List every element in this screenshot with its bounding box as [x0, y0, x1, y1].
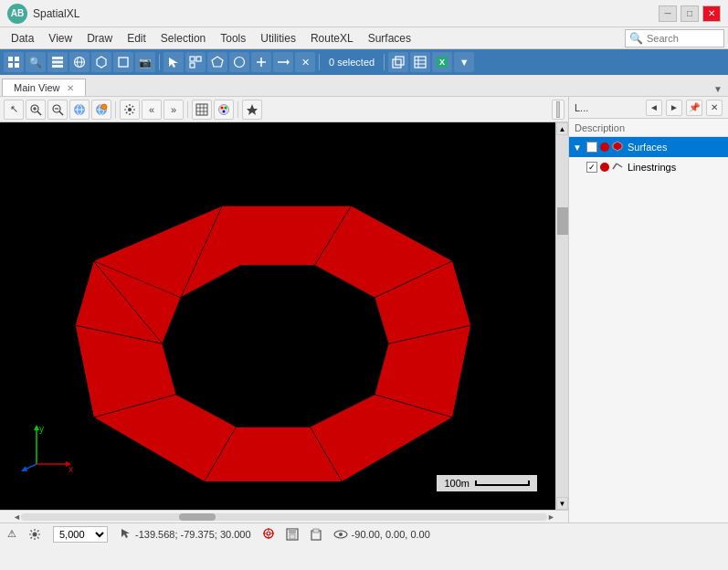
eye-icon	[333, 528, 348, 541]
tb-table-btn[interactable]	[410, 52, 430, 72]
search-input[interactable]	[647, 33, 720, 44]
tb-rect-btn[interactable]	[113, 52, 133, 72]
close-button[interactable]: ✕	[702, 5, 721, 22]
maximize-button[interactable]: □	[681, 5, 699, 22]
svg-marker-56	[163, 265, 388, 427]
canvas-area[interactable]: y x 100m	[0, 122, 555, 510]
svg-marker-21	[287, 59, 290, 65]
window-controls: ─ □ ✕	[659, 5, 721, 22]
tb-search-btn[interactable]: 🔍	[26, 52, 46, 72]
hscroll-left-arrow[interactable]: ◄	[13, 512, 21, 522]
status-eye[interactable]: -90.00, 0.00, 0.00	[333, 528, 430, 541]
vt-globe2-btn[interactable]	[91, 100, 111, 120]
tab-main-view[interactable]: Main View ✕	[2, 79, 86, 96]
tb-poly-btn[interactable]	[207, 52, 227, 72]
vt-grid-btn[interactable]	[192, 100, 212, 120]
view-vscroll[interactable]: ▲ ▼	[555, 122, 568, 510]
layers-pin-btn[interactable]: 📌	[686, 100, 702, 116]
vt-sep1	[115, 101, 116, 118]
menu-surfaces[interactable]: Surfaces	[361, 27, 418, 48]
tb-x-btn[interactable]: ✕	[295, 52, 315, 72]
tb-dropdown-btn[interactable]: ▼	[454, 52, 474, 72]
status-zoom[interactable]: 500 1,000 2,000 5,000 10,000 25,000	[53, 526, 108, 543]
vt-back-btn[interactable]: «	[142, 100, 162, 120]
layers-close-btn[interactable]: ✕	[706, 100, 723, 116]
svg-marker-90	[121, 529, 130, 538]
menu-draw[interactable]: Draw	[79, 27, 120, 48]
tb-arrow-btn[interactable]	[273, 52, 293, 72]
layers-desc: Description	[569, 119, 728, 137]
tb-circ-btn[interactable]	[229, 52, 249, 72]
toolbar-separator-3	[384, 54, 385, 70]
vt-globe1-btn[interactable]	[69, 100, 90, 120]
status-coords: -139.568; -79.375; 30.000	[119, 527, 251, 542]
tb-select-btn[interactable]	[185, 52, 206, 72]
tb-camera-btn[interactable]: 📷	[135, 52, 155, 72]
svg-rect-3	[15, 63, 19, 68]
tab-scroll-down[interactable]: ▼	[713, 84, 723, 94]
menu-view[interactable]: View	[41, 27, 79, 48]
vscroll-up-arrow[interactable]: ▲	[556, 122, 568, 135]
svg-rect-11	[119, 58, 128, 67]
vscroll-track[interactable]	[556, 135, 568, 497]
tb-app-btn[interactable]	[4, 52, 24, 72]
svg-marker-85	[21, 466, 27, 471]
svg-rect-24	[415, 57, 426, 68]
layer-checkbox-surfaces[interactable]: ✓	[586, 142, 597, 153]
svg-marker-12	[169, 58, 178, 68]
main-area: ↖ « »	[0, 97, 728, 522]
layer-item-linestrings[interactable]: ✓ Linestrings	[569, 157, 728, 177]
menu-routexl[interactable]: RouteXL	[303, 27, 361, 48]
vt-pin-btn[interactable]	[242, 100, 262, 120]
tb-layers-btn[interactable]	[47, 52, 68, 72]
menu-utilities[interactable]: Utilities	[253, 27, 303, 48]
hscroll-thumb[interactable]	[179, 513, 216, 521]
hscroll[interactable]: ◄ ►	[0, 510, 568, 522]
layers-header: L... ◄ ► 📌 ✕	[569, 97, 728, 119]
search-box[interactable]: 🔍	[625, 29, 724, 48]
tb-cross-btn[interactable]	[251, 52, 271, 72]
hscroll-track[interactable]	[21, 513, 547, 521]
tb-cursor-btn[interactable]	[164, 52, 184, 72]
layer-checkbox-linestrings[interactable]: ✓	[586, 162, 597, 173]
vscroll-thumb[interactable]	[557, 207, 568, 235]
svg-point-103	[339, 533, 343, 536]
status-settings[interactable]	[27, 527, 42, 542]
tab-close-icon[interactable]: ✕	[67, 83, 74, 93]
vt-forward-btn[interactable]: »	[164, 100, 184, 120]
menu-tools[interactable]: Tools	[213, 27, 253, 48]
layer-item-surfaces[interactable]: ▼ ✓ Surfaces	[569, 137, 728, 157]
toolbar-separator-1	[159, 54, 160, 70]
svg-rect-23	[393, 59, 401, 68]
menu-selection[interactable]: Selection	[153, 27, 213, 48]
vt-palette-btn[interactable]	[214, 100, 234, 120]
status-clipboard[interactable]	[310, 528, 322, 541]
svg-line-87	[613, 164, 617, 169]
menu-data[interactable]: Data	[4, 27, 41, 48]
vt-settings-btn[interactable]	[120, 100, 140, 120]
minimize-button[interactable]: ─	[659, 5, 677, 22]
tb-excel-btn[interactable]: X	[432, 52, 452, 72]
vt-select-btn[interactable]: ↖	[4, 100, 24, 120]
tb-globe-btn[interactable]	[69, 52, 90, 72]
tb-hex-btn[interactable]	[91, 52, 111, 72]
status-save[interactable]	[286, 528, 299, 541]
layers-forward-btn[interactable]: ►	[666, 100, 682, 116]
vt-zoom-in-btn[interactable]	[26, 100, 46, 120]
settings-icon	[27, 527, 42, 542]
svg-point-50	[219, 104, 229, 114]
view-panel: ↖ « »	[0, 97, 568, 522]
tb-copy-btn[interactable]	[388, 52, 408, 72]
svg-rect-1	[15, 57, 19, 61]
svg-point-89	[33, 532, 37, 536]
scale-label: 100m	[444, 478, 470, 489]
layer-type-linestrings	[612, 161, 623, 174]
vt-zoom-out-btn[interactable]	[47, 100, 68, 120]
vscroll-down-arrow[interactable]: ▼	[556, 497, 568, 510]
zoom-select[interactable]: 500 1,000 2,000 5,000 10,000 25,000	[53, 526, 108, 543]
menu-edit[interactable]: Edit	[120, 27, 153, 48]
hscroll-right-arrow[interactable]: ►	[547, 512, 555, 522]
svg-rect-13	[190, 57, 195, 61]
layers-back-btn[interactable]: ◄	[646, 100, 662, 116]
svg-line-88	[617, 164, 622, 167]
